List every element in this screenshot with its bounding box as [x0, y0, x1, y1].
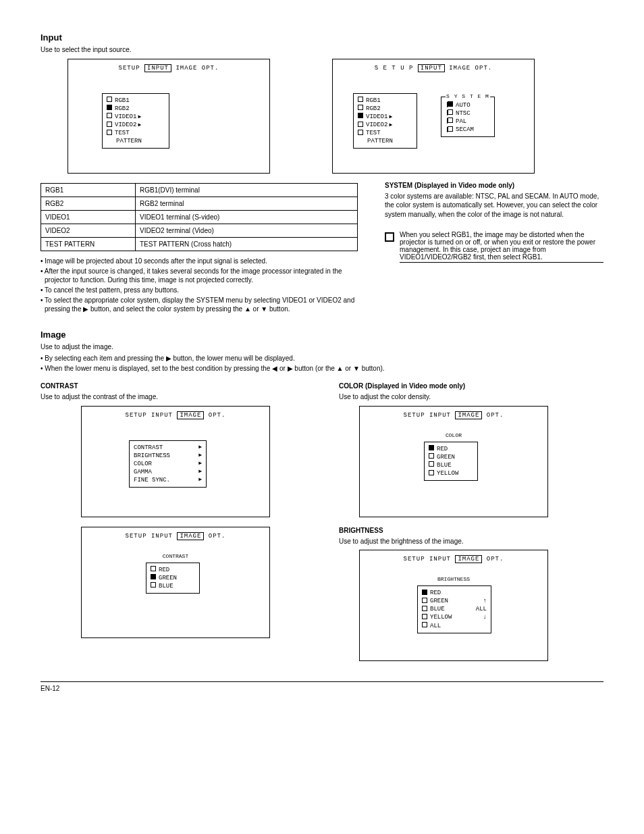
bullet: • Image will be projected about 10 secon… [41, 257, 365, 265]
osd1-menu: RGB1 RGB2 VIDEO1▶ VIDEO2▶ TEST PATTERN [102, 93, 169, 149]
heading-system: SYSTEM (Displayed in Video mode only) [385, 182, 603, 189]
text-image-desc: Use to adjust the image. [41, 342, 603, 352]
osd3-item-brightness: BRIGHTNESS [134, 452, 170, 459]
bullet: • To select the appropriate color system… [41, 296, 365, 313]
osd3-menu: CONTRAST▶ BRIGHTNESS▶ COLOR▶ GAMMA▶ FINE… [129, 440, 207, 488]
osd2-tabs: S E T U P INPUT IMAGE OPT. [333, 65, 534, 72]
osd3-item-gamma: GAMMA [134, 469, 152, 475]
osd4-tab-image: IMAGE [177, 532, 204, 540]
osd2-item-test: TEST [366, 130, 381, 136]
osd2-system-title: S Y S T E M [446, 93, 490, 99]
osd2-item-video2: VIDEO2 [366, 122, 387, 128]
heading-input: Input [41, 32, 603, 43]
osd5-item-green: GREEN [437, 454, 455, 461]
bullet: • After the input source is changed, it … [41, 267, 365, 284]
input-spec-table: RGB1RGB1(DVI) terminal RGB2RGB2 terminal… [41, 183, 358, 251]
osd1-item-rgb2: RGB2 [115, 105, 130, 112]
osd3-tab-pre: SETUP INPUT [126, 412, 173, 419]
osd3-tabs: SETUP INPUT IMAGE OPT. [82, 412, 269, 419]
note-text: When you select RGB1, the image may be d… [400, 231, 603, 263]
osd4-tab-pre: SETUP INPUT [126, 533, 173, 540]
osd2-tab-rest: IMAGE OPT. [449, 65, 492, 72]
osd5-tabs: SETUP INPUT IMAGE OPT. [360, 412, 547, 419]
osd2-item-video1: VIDEO1 [366, 113, 387, 120]
osd3-item-color: COLOR [134, 461, 152, 467]
osd4-tab-post: OPT. [209, 533, 226, 540]
osd5-item-yellow: YELLOW [437, 470, 458, 477]
osd2-sys-ntsc: NTSC [456, 110, 471, 117]
footer-page-number: EN-12 [41, 685, 59, 692]
osd6-item-blue: BLUE [430, 606, 445, 613]
heading-brightness: BRIGHTNESS [339, 527, 603, 534]
osd6-menu: RED GREEN↑ BLUEALL YELLOW↓ ALL [417, 585, 491, 633]
osd2-tab-input: INPUT [418, 64, 445, 72]
osd3-tab-image: IMAGE [177, 411, 204, 419]
osd3-item-finesync: FINE SYNC. [134, 477, 170, 484]
osd-color-sub: SETUP INPUT IMAGE OPT. COLOR RED GREEN B… [359, 406, 548, 517]
bullet: • To cancel the test pattern, press any … [41, 286, 365, 294]
osd2-sys-pal: PAL [456, 118, 466, 125]
table-row: RGB1RGB1(DVI) terminal [41, 183, 358, 197]
osd5-item-blue: BLUE [437, 462, 452, 469]
osd5-tab-pre: SETUP INPUT [404, 412, 451, 419]
osd5-tab-image: IMAGE [455, 411, 482, 419]
osd2-item-rgb2: RGB2 [366, 105, 381, 112]
osd1-item-video2: VIDEO2 [115, 122, 136, 128]
osd6-arrow-up: ↑ [483, 597, 487, 605]
text-color-desc: Use to adjust the color density. [339, 392, 603, 402]
osd2-tab-setup: S E T U P [375, 65, 414, 72]
osd6-item-red: RED [430, 590, 441, 596]
osd6-box-title: BRIGHTNESS [360, 576, 547, 582]
note-icon [385, 232, 394, 242]
osd5-item-red: RED [437, 446, 448, 452]
heading-color: COLOR (Displayed in Video mode only) [339, 382, 603, 390]
osd6-arrow-down: ↓ [483, 613, 487, 621]
osd-brightness-sub: SETUP INPUT IMAGE OPT. BRIGHTNESS RED GR… [359, 550, 548, 661]
osd4-box-title: CONTRAST [82, 553, 269, 559]
osd2-system-box: S Y S T E M AUTO NTSC PAL SECAM [441, 97, 495, 138]
heading-image: Image [41, 330, 603, 340]
osd6-tab-image: IMAGE [455, 555, 482, 563]
osd2-item-rgb1: RGB1 [366, 97, 381, 104]
text-system-desc: 3 color systems are available: NTSC, PAL… [385, 192, 603, 219]
osd2-item-pattern: PATTERN [367, 138, 393, 145]
osd4-item-green: GREEN [159, 575, 177, 581]
osd5-box-title: COLOR [360, 432, 547, 438]
heading-contrast: CONTRAST [41, 382, 305, 390]
bullet: • By selecting each item and pressing th… [41, 354, 603, 363]
osd5-menu: RED GREEN BLUE YELLOW [424, 442, 478, 481]
osd1-tabs: SETUP INPUT IMAGE OPT. [68, 65, 269, 72]
osd3-item-contrast: CONTRAST [134, 444, 163, 451]
table-row: TEST PATTERNTEST PATTERN (Cross hatch) [41, 237, 358, 251]
osd5-tab-post: OPT. [487, 412, 504, 419]
osd1-item-test: TEST [115, 130, 130, 136]
osd4-item-blue: BLUE [159, 583, 173, 590]
osd1-item-video1: VIDEO1 [115, 113, 136, 120]
osd1-tab-input: INPUT [144, 64, 171, 72]
osd2-sys-secam: SECAM [456, 126, 474, 133]
osd3-tab-post: OPT. [209, 412, 226, 419]
text-input-desc: Use to select the input source. [41, 45, 603, 55]
osd2-sys-auto: AUTO [456, 102, 471, 109]
osd1-tab-rest: IMAGE OPT. [176, 65, 219, 72]
osd-input-basic: SETUP INPUT IMAGE OPT. RGB1 RGB2 VIDEO1▶… [68, 59, 270, 174]
note-block: When you select RGB1, the image may be d… [385, 231, 603, 263]
osd6-item-green: GREEN [430, 598, 448, 604]
osd6-tab-pre: SETUP INPUT [404, 556, 451, 563]
table-row: VIDEO1VIDEO1 terminal (S-video) [41, 210, 358, 224]
osd2-menu: RGB1 RGB2 VIDEO1▶ VIDEO2▶ TEST PATTERN [353, 93, 417, 149]
osd4-item-red: RED [159, 567, 169, 573]
osd6-all-label: ALL [476, 605, 487, 613]
osd1-tab-setup: SETUP [119, 65, 140, 72]
page-footer: EN-12 [41, 681, 603, 692]
text-contrast-desc: Use to adjust the contrast of the image. [41, 392, 305, 402]
osd6-tab-post: OPT. [487, 556, 504, 563]
osd6-item-yellow: YELLOW [430, 614, 452, 621]
osd6-tabs: SETUP INPUT IMAGE OPT. [360, 556, 547, 563]
osd1-item-rgb1: RGB1 [115, 97, 130, 104]
osd1-item-pattern: PATTERN [116, 138, 142, 145]
osd4-menu: RED GREEN BLUE [146, 563, 200, 594]
table-row: RGB2RGB2 terminal [41, 197, 358, 210]
bullet: • When the lower menu is displayed, set … [41, 364, 603, 373]
text-brightness-desc: Use to adjust the brightness of the imag… [339, 537, 603, 546]
